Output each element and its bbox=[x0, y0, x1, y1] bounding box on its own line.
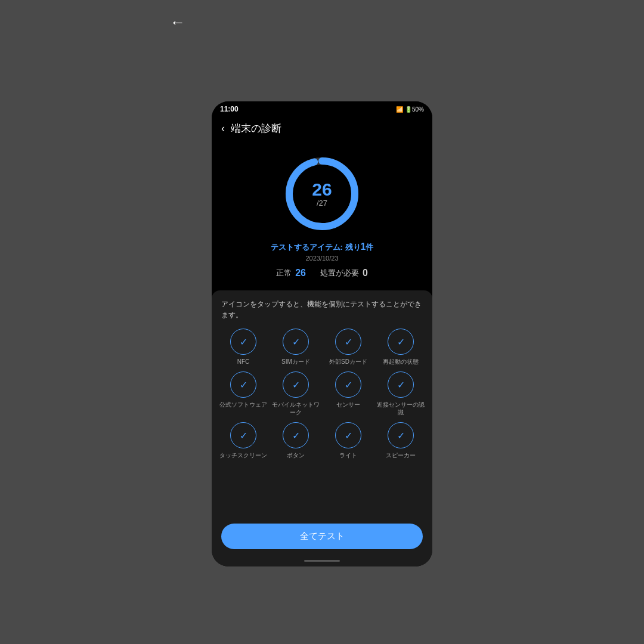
grid-item-label: モバイルネットワーク bbox=[271, 401, 320, 416]
check-circle-icon: ✓ bbox=[388, 371, 414, 398]
battery-icon: 🔋50% bbox=[405, 106, 424, 113]
grid-item[interactable]: ✓ライト bbox=[324, 422, 373, 459]
page-title: 端末の診断 bbox=[231, 122, 281, 135]
grid-item[interactable]: ✓モバイルネットワーク bbox=[271, 371, 320, 416]
grid-item-label: 公式ソフトウェア bbox=[219, 401, 267, 408]
grid-item-label: ボタン bbox=[287, 451, 305, 459]
check-circle-icon: ✓ bbox=[283, 422, 309, 448]
check-circle-icon: ✓ bbox=[335, 329, 361, 355]
check-circle-icon: ✓ bbox=[335, 371, 361, 398]
grid-item[interactable]: ✓タッチスクリーン bbox=[219, 422, 268, 459]
test-date: 2023/10/23 bbox=[305, 255, 338, 262]
donut-current: 26 bbox=[312, 181, 332, 199]
check-circle-icon: ✓ bbox=[230, 329, 256, 355]
action-stat: 処置が必要 0 bbox=[320, 268, 368, 278]
donut-center: 26 /27 bbox=[312, 181, 332, 208]
grid-item-label: センサー bbox=[336, 401, 360, 408]
grid-item-label: タッチスクリーン bbox=[219, 451, 267, 459]
icon-grid: ✓NFC✓SIMカード✓外部SDカード✓再起動の状態✓公式ソフトウェア✓モバイル… bbox=[219, 329, 425, 465]
donut-chart: 26 /27 bbox=[280, 152, 364, 236]
normal-count: 26 bbox=[295, 268, 306, 278]
phone-frame: 11:00 📶 🔋50% ‹ 端末の診断 26 /27 bbox=[212, 101, 432, 566]
test-all-button[interactable]: 全てテスト bbox=[221, 524, 423, 549]
outer-back-arrow[interactable]: ← bbox=[170, 13, 185, 32]
donut-total: /27 bbox=[312, 199, 332, 208]
grid-item[interactable]: ✓NFC bbox=[219, 329, 268, 366]
status-bar: 11:00 📶 🔋50% bbox=[212, 101, 432, 117]
check-circle-icon: ✓ bbox=[335, 422, 361, 448]
page-header: ‹ 端末の診断 bbox=[212, 117, 432, 143]
stats-row: 正常 26 処置が必要 0 bbox=[276, 268, 368, 278]
grid-item[interactable]: ✓再起動の状態 bbox=[376, 329, 425, 366]
grid-item[interactable]: ✓外部SDカード bbox=[324, 329, 373, 366]
grid-item-label: NFC bbox=[237, 358, 250, 366]
status-time: 11:00 bbox=[220, 105, 239, 113]
chart-area: 26 /27 テストするアイテム: 残り1件 2023/10/23 正常 26 … bbox=[212, 143, 432, 286]
grid-item[interactable]: ✓公式ソフトウェア bbox=[219, 371, 268, 416]
grid-item-label: ライト bbox=[339, 451, 357, 459]
normal-stat: 正常 26 bbox=[276, 268, 306, 278]
home-indicator bbox=[304, 560, 340, 562]
check-circle-icon: ✓ bbox=[230, 371, 256, 398]
check-circle-icon: ✓ bbox=[283, 329, 309, 355]
action-label: 処置が必要 bbox=[320, 268, 359, 278]
grid-section: アイコンをタップすると、機能を個別にテストすることができます。 ✓NFC✓SIM… bbox=[212, 290, 432, 518]
grid-instruction: アイコンをタップすると、機能を個別にテストすることができます。 bbox=[219, 299, 425, 320]
grid-item[interactable]: ✓SIMカード bbox=[271, 329, 320, 366]
back-button[interactable]: ‹ bbox=[221, 122, 225, 135]
normal-label: 正常 bbox=[276, 268, 292, 278]
action-count: 0 bbox=[363, 268, 368, 278]
bottom-bar: 全てテスト bbox=[212, 518, 432, 558]
signal-icon: 📶 bbox=[396, 106, 403, 113]
status-icons: 📶 🔋50% bbox=[396, 106, 424, 113]
main-content: 26 /27 テストするアイテム: 残り1件 2023/10/23 正常 26 … bbox=[212, 143, 432, 518]
grid-item[interactable]: ✓近接センサーの認識 bbox=[376, 371, 425, 416]
grid-item-label: 近接センサーの認識 bbox=[376, 401, 425, 416]
check-circle-icon: ✓ bbox=[388, 422, 414, 448]
grid-item[interactable]: ✓センサー bbox=[324, 371, 373, 416]
items-remaining-label: テストするアイテム: 残り1件 bbox=[271, 242, 374, 253]
bottom-indicator bbox=[212, 558, 432, 566]
grid-item-label: 外部SDカード bbox=[329, 358, 367, 366]
check-circle-icon: ✓ bbox=[283, 371, 309, 398]
grid-item[interactable]: ✓スピーカー bbox=[376, 422, 425, 459]
check-circle-icon: ✓ bbox=[230, 422, 256, 448]
grid-item-label: SIMカード bbox=[281, 358, 310, 366]
grid-item-label: 再起動の状態 bbox=[383, 358, 419, 366]
grid-item-label: スピーカー bbox=[386, 451, 416, 459]
grid-item[interactable]: ✓ボタン bbox=[271, 422, 320, 459]
check-circle-icon: ✓ bbox=[388, 329, 414, 355]
